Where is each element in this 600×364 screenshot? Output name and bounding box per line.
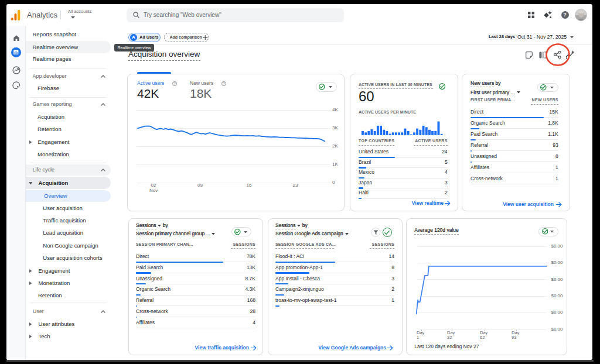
svg-text:?: ? [173,82,175,85]
svg-text:?: ? [223,82,224,85]
